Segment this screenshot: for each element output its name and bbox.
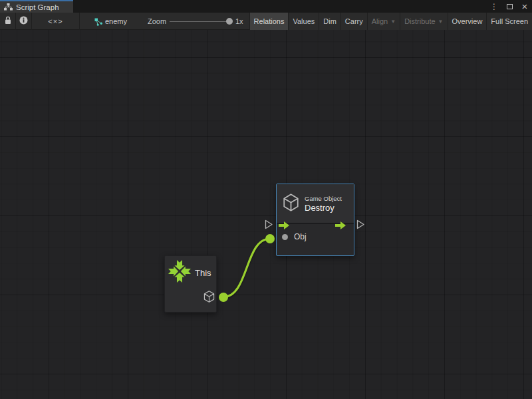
node-this-header: This bbox=[165, 256, 216, 285]
maximize-icon[interactable] bbox=[505, 1, 514, 11]
zoom-value: 1x bbox=[235, 17, 243, 25]
cube-icon bbox=[203, 290, 215, 306]
window-menu-icon[interactable]: ⋮ bbox=[489, 1, 499, 11]
code-brackets-icon: <×> bbox=[48, 17, 63, 25]
window-controls: ⋮ × bbox=[489, 0, 529, 13]
lock-icon bbox=[4, 15, 12, 27]
zoom-slider-handle[interactable] bbox=[226, 18, 233, 25]
close-icon[interactable]: × bbox=[520, 1, 529, 11]
node-destroy[interactable]: Game Object Destroy Obj bbox=[276, 184, 354, 256]
flow-input-arrow-icon[interactable] bbox=[279, 221, 289, 229]
obj-input-port[interactable] bbox=[282, 234, 288, 240]
graph-hierarchy-icon bbox=[4, 3, 13, 11]
info-icon bbox=[19, 15, 28, 27]
cube-icon bbox=[282, 193, 300, 215]
node-destroy-header: Game Object Destroy bbox=[277, 184, 354, 224]
node-title-block: Game Object Destroy bbox=[305, 195, 342, 213]
tab-title: Script Graph bbox=[16, 3, 59, 11]
this-converge-icon bbox=[168, 260, 191, 285]
script-graph-asset-icon bbox=[94, 17, 103, 29]
chevron-down-icon: ▼ bbox=[438, 19, 444, 25]
node-category: Game Object bbox=[305, 195, 342, 202]
graph-toolbar: <×> enemy Zoom 1x Relations Values Dim C… bbox=[0, 13, 532, 30]
connection-end-dot[interactable] bbox=[265, 234, 275, 243]
tab-script-graph[interactable]: Script Graph bbox=[0, 0, 73, 13]
tab-bar: Script Graph ⋮ × bbox=[0, 0, 532, 13]
connection-layer bbox=[0, 30, 532, 399]
graph-canvas[interactable]: This Game Object Destroy bbox=[0, 30, 532, 399]
zoom-label: Zoom bbox=[148, 17, 166, 25]
zoom-slider-track[interactable] bbox=[170, 21, 227, 22]
flow-output-arrow-icon[interactable] bbox=[335, 221, 346, 229]
code-view-button[interactable]: <×> bbox=[32, 13, 80, 30]
node-this[interactable]: This bbox=[164, 255, 217, 313]
relations-toggle[interactable]: Relations bbox=[249, 13, 289, 30]
obj-input-label: Obj bbox=[294, 232, 307, 241]
flow-input-triangle-port[interactable] bbox=[265, 219, 273, 232]
align-dropdown[interactable]: Align ▼ bbox=[367, 13, 400, 30]
distribute-dropdown[interactable]: Distribute ▼ bbox=[400, 13, 447, 30]
carry-toggle[interactable]: Carry bbox=[340, 13, 367, 30]
node-title: Destroy bbox=[305, 203, 342, 213]
toolbar-buttons: Relations Values Dim Carry Align ▼ Distr… bbox=[249, 13, 532, 30]
full-screen-button[interactable]: Full Screen bbox=[486, 13, 532, 30]
chevron-down-icon: ▼ bbox=[390, 19, 396, 25]
overview-button[interactable]: Overview bbox=[448, 13, 487, 30]
node-title: This bbox=[195, 268, 211, 278]
flow-connection-wire[interactable] bbox=[223, 239, 270, 297]
connection-start-dot[interactable] bbox=[219, 293, 228, 302]
dim-toggle[interactable]: Dim bbox=[319, 13, 340, 30]
lock-button[interactable] bbox=[0, 13, 16, 30]
flow-output-triangle-port[interactable] bbox=[356, 219, 365, 232]
info-button[interactable] bbox=[16, 13, 32, 30]
values-toggle[interactable]: Values bbox=[288, 13, 319, 30]
graph-breadcrumb[interactable]: enemy bbox=[105, 17, 127, 25]
